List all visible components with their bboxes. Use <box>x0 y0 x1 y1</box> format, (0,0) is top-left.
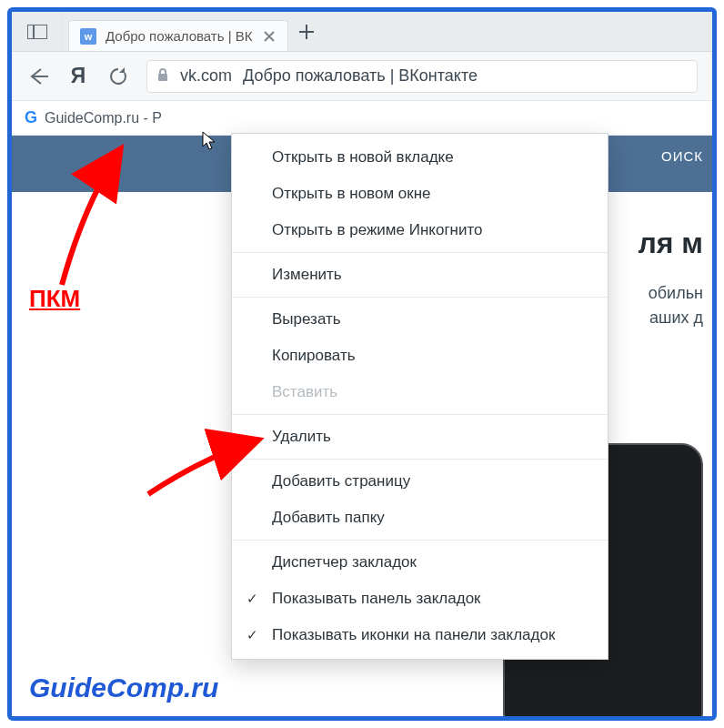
vk-search-text[interactable]: ОИСК <box>661 148 703 164</box>
reload-icon <box>108 66 128 86</box>
svg-rect-0 <box>27 25 47 39</box>
svg-rect-6 <box>158 74 167 81</box>
menu-separator <box>232 252 608 253</box>
lock-icon <box>156 67 169 86</box>
panel-icon <box>27 25 47 39</box>
menu-cut[interactable]: Вырезать <box>232 301 608 338</box>
menu-show-icons[interactable]: ✓ Показывать иконки на панели закладок <box>232 617 608 653</box>
svg-rect-1 <box>27 25 34 39</box>
address-title: Добро пожаловать | ВКонтакте <box>243 66 478 86</box>
menu-separator <box>232 414 608 415</box>
sidebar-toggle-button[interactable] <box>12 12 63 51</box>
vk-favicon: w <box>80 28 96 45</box>
vk-subtext-2: аших д <box>649 306 703 330</box>
plus-icon <box>298 24 315 40</box>
menu-separator <box>232 540 608 541</box>
tab-vk[interactable]: w Добро пожаловать | ВК <box>68 20 288 51</box>
menu-copy[interactable]: Копировать <box>232 338 608 374</box>
reload-button[interactable] <box>106 65 130 88</box>
menu-paste: Вставить <box>232 374 608 410</box>
vk-subtext-1: обильн <box>649 281 703 306</box>
tab-title: Добро пожаловать | ВК <box>106 28 253 44</box>
menu-add-folder[interactable]: Добавить папку <box>232 500 608 536</box>
menu-edit[interactable]: Изменить <box>232 257 608 293</box>
back-button[interactable] <box>26 65 50 88</box>
menu-bookmark-manager[interactable]: Диспетчер закладок <box>232 544 608 581</box>
tab-close-button[interactable] <box>262 29 277 44</box>
address-domain: vk.com <box>180 66 232 86</box>
menu-separator <box>232 297 608 298</box>
context-menu: Открыть в новой вкладке Открыть в новом … <box>231 133 608 660</box>
menu-open-incognito[interactable]: Открыть в режиме Инкогнито <box>232 212 608 248</box>
browser-window: w Добро пожаловать | ВК Я <box>7 7 717 721</box>
address-bar[interactable]: vk.com Добро пожаловать | ВКонтакте <box>146 60 698 93</box>
vk-subtext: обильн аших д <box>649 281 703 330</box>
menu-open-new-tab[interactable]: Открыть в новой вкладке <box>232 139 608 176</box>
menu-add-page[interactable]: Добавить страницу <box>232 463 608 500</box>
bookmark-favicon: G <box>25 108 37 127</box>
check-icon: ✓ <box>246 627 258 643</box>
check-icon: ✓ <box>246 591 258 607</box>
mouse-cursor-icon <box>202 131 218 151</box>
new-tab-button[interactable] <box>288 12 325 51</box>
tab-strip: w Добро пожаловать | ВК <box>12 12 712 52</box>
bookmarks-bar: G GuideComp.ru - Р <box>12 101 712 136</box>
back-arrow-icon <box>28 67 48 86</box>
vk-headline: ля м <box>638 227 703 260</box>
menu-separator <box>232 459 608 460</box>
bookmark-label: GuideComp.ru - Р <box>45 110 162 126</box>
menu-label: Показывать панель закладок <box>272 590 481 608</box>
bookmark-guidecomp[interactable]: G GuideComp.ru - Р <box>25 108 162 127</box>
toolbar: Я vk.com Добро пожаловать | ВКонтакте <box>12 52 712 101</box>
menu-delete[interactable]: Удалить <box>232 419 608 455</box>
menu-label: Показывать иконки на панели закладок <box>272 626 555 644</box>
menu-open-new-window[interactable]: Открыть в новом окне <box>232 176 608 212</box>
yandex-home-button[interactable]: Я <box>66 65 90 88</box>
menu-show-bookmarks-bar[interactable]: ✓ Показывать панель закладок <box>232 581 608 617</box>
close-icon <box>264 31 275 42</box>
